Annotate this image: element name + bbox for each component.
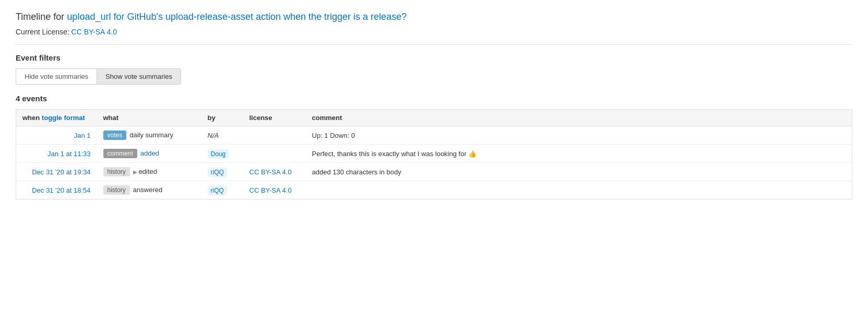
cell-by: riQQ: [201, 163, 243, 181]
cell-comment: Perfect, thanks this is exactly what I w…: [306, 145, 852, 163]
cell-license: [243, 145, 306, 163]
by-user-link[interactable]: Doug: [208, 149, 229, 159]
col-header-what: what: [97, 110, 201, 126]
cell-comment: added 130 characters in body: [306, 163, 852, 181]
cell-when: Jan 1 at 11:33: [16, 145, 97, 163]
col-header-by: by: [201, 110, 243, 126]
badge-history: history: [103, 167, 130, 176]
col-header-license: license: [243, 110, 306, 126]
by-user-link[interactable]: riQQ: [208, 186, 227, 195]
license-link[interactable]: CC BY-SA 4.0: [249, 168, 292, 176]
what-text: daily summary: [129, 131, 173, 139]
page-title: Timeline for upload_url for GitHub's upl…: [16, 10, 852, 23]
cell-by: N/A: [201, 126, 243, 145]
show-vote-summaries-button[interactable]: Show vote summaries: [97, 68, 181, 85]
cell-what: votesdaily summary: [97, 126, 201, 145]
cell-when: Dec 31 '20 at 19:34: [16, 163, 97, 181]
what-text: edited: [133, 168, 157, 175]
license-line: Current License: CC BY-SA 4.0: [16, 28, 852, 36]
license-link[interactable]: CC BY-SA 4.0: [72, 28, 117, 36]
cell-license: CC BY-SA 4.0: [243, 181, 306, 199]
badge-votes: votes: [103, 131, 127, 140]
toggle-format-link[interactable]: toggle format: [42, 114, 85, 122]
badge-history: history: [103, 185, 130, 195]
event-filters-label: Event filters: [16, 53, 852, 62]
license-prefix: Current License:: [16, 28, 72, 36]
by-user-link[interactable]: riQQ: [208, 168, 227, 177]
title-prefix: Timeline for: [16, 11, 67, 22]
cell-what: history edited: [97, 163, 201, 181]
divider: [16, 44, 852, 45]
when-label: when: [22, 114, 40, 122]
filter-buttons: Hide vote summaries Show vote summaries: [16, 68, 852, 85]
when-link[interactable]: Jan 1 at 11:33: [47, 150, 90, 158]
by-na: N/A: [208, 132, 219, 139]
cell-comment: [306, 181, 852, 199]
when-link[interactable]: Dec 31 '20 at 19:34: [32, 168, 90, 176]
when-link[interactable]: Jan 1: [74, 132, 91, 139]
what-text: answered: [133, 186, 162, 194]
table-row: Dec 31 '20 at 18:54historyansweredriQQCC…: [16, 181, 852, 199]
table-row: Dec 31 '20 at 19:34history editedriQQCC …: [16, 163, 852, 181]
cell-license: [243, 126, 306, 145]
events-count: 4 events: [16, 94, 852, 103]
what-text: added: [140, 149, 159, 157]
cell-what: commentadded: [97, 145, 201, 163]
col-header-when: when toggle format: [16, 110, 97, 126]
when-link[interactable]: Dec 31 '20 at 18:54: [32, 186, 90, 194]
cell-when: Dec 31 '20 at 18:54: [16, 181, 97, 199]
events-table: when toggle format what by license comme…: [16, 109, 852, 199]
cell-when: Jan 1: [16, 126, 97, 145]
cell-by: riQQ: [201, 181, 243, 199]
table-row: Jan 1 at 11:33commentaddedDougPerfect, t…: [16, 145, 852, 163]
badge-comment: comment: [103, 149, 137, 158]
cell-what: historyanswered: [97, 181, 201, 199]
license-link[interactable]: CC BY-SA 4.0: [249, 186, 292, 194]
table-header-row: when toggle format what by license comme…: [16, 110, 852, 126]
cell-by: Doug: [201, 145, 243, 163]
hide-vote-summaries-button[interactable]: Hide vote summaries: [16, 68, 97, 85]
col-header-comment: comment: [306, 110, 852, 126]
cell-license: CC BY-SA 4.0: [243, 163, 306, 181]
title-link[interactable]: upload_url for GitHub's upload-release-a…: [67, 11, 407, 22]
table-row: Jan 1votesdaily summaryN/AUp: 1 Down: 0: [16, 126, 852, 145]
cell-comment: Up: 1 Down: 0: [306, 126, 852, 145]
